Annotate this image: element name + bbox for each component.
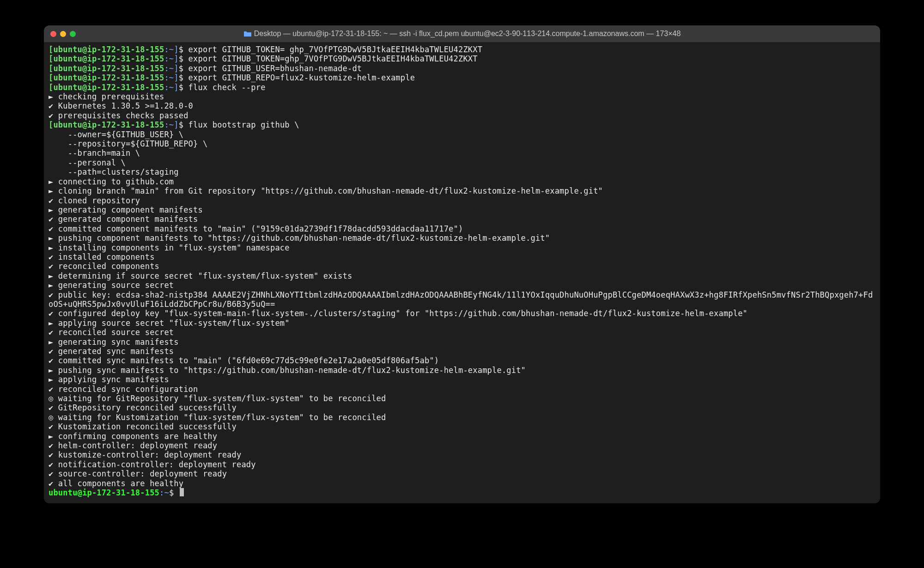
terminal-line: [ubuntu@ip-172-31-18-155:~]$ export GITH… xyxy=(49,54,875,63)
window-title-text: Desktop — ubuntu@ip-172-31-18-155: ~ — s… xyxy=(254,30,681,38)
window-title: Desktop — ubuntu@ip-172-31-18-155: ~ — s… xyxy=(44,30,880,38)
terminal-line: ubuntu@ip-172-31-18-155:~$ xyxy=(49,488,875,497)
titlebar[interactable]: Desktop — ubuntu@ip-172-31-18-155: ~ — s… xyxy=(44,25,880,42)
terminal-line: --branch=main \ xyxy=(49,148,875,158)
terminal-line: ► connecting to github.com xyxy=(49,177,875,186)
terminal-line: ► generating sync manifests xyxy=(49,337,875,347)
terminal-line: ✔ notification-controller: deployment re… xyxy=(49,460,875,469)
terminal-line: ✔ installed components xyxy=(49,252,875,262)
terminal-line: --owner=${GITHUB_USER} \ xyxy=(49,130,875,139)
terminal-line: --personal \ xyxy=(49,158,875,167)
terminal-line: ✔ committed sync manifests to "main" ("6… xyxy=(49,356,875,365)
terminal-line: [ubuntu@ip-172-31-18-155:~]$ export GITH… xyxy=(49,64,875,73)
maximize-icon[interactable] xyxy=(70,31,76,37)
terminal-line: ► applying source secret "flux-system/fl… xyxy=(49,318,875,328)
terminal-line: ✔ public key: ecdsa-sha2-nistp384 AAAAE2… xyxy=(49,290,875,309)
terminal-line: ✔ GitRepository reconciled successfully xyxy=(49,403,875,412)
terminal-line: ✔ prerequisites checks passed xyxy=(49,111,875,120)
terminal-line: ✔ helm-controller: deployment ready xyxy=(49,441,875,450)
terminal-line: ► cloning branch "main" from Git reposit… xyxy=(49,186,875,195)
terminal-line: ✔ Kustomization reconciled successfully xyxy=(49,422,875,431)
terminal-line: ► determining if source secret "flux-sys… xyxy=(49,271,875,281)
terminal-line: ► pushing component manifests to "https:… xyxy=(49,233,875,243)
terminal-line: ✔ reconciled components xyxy=(49,262,875,271)
terminal-line: ◎ waiting for Kustomization "flux-system… xyxy=(49,413,875,422)
terminal-line: ► checking prerequisites xyxy=(49,92,875,101)
terminal-line: --path=clusters/staging xyxy=(49,167,875,177)
terminal-line: ✔ configured deploy key "flux-system-mai… xyxy=(49,309,875,318)
terminal-line: ✔ generated component manifests xyxy=(49,214,875,224)
folder-icon xyxy=(243,31,251,37)
terminal-line: ► generating component manifests xyxy=(49,205,875,214)
terminal-line: [ubuntu@ip-172-31-18-155:~]$ flux bootst… xyxy=(49,120,875,129)
terminal-line: ✔ committed component manifests to "main… xyxy=(49,224,875,233)
minimize-icon[interactable] xyxy=(60,31,66,37)
terminal-line: ► confirming components are healthy xyxy=(49,432,875,441)
terminal-line: ◎ waiting for GitRepository "flux-system… xyxy=(49,394,875,403)
terminal-line: [ubuntu@ip-172-31-18-155:~]$ export GITH… xyxy=(49,45,875,54)
terminal-line: ✔ kustomize-controller: deployment ready xyxy=(49,450,875,459)
terminal-line: ✔ Kubernetes 1.30.5 >=1.28.0-0 xyxy=(49,101,875,110)
terminal-line: ✔ reconciled sync configuration xyxy=(49,385,875,394)
cursor xyxy=(180,488,184,496)
terminal-line: ✔ generated sync manifests xyxy=(49,347,875,356)
terminal-line: --repository=${GITHUB_REPO} \ xyxy=(49,139,875,148)
terminal-line: ► applying sync manifests xyxy=(49,375,875,384)
terminal-line: [ubuntu@ip-172-31-18-155:~]$ flux check … xyxy=(49,83,875,92)
terminal-line: [ubuntu@ip-172-31-18-155:~]$ export GITH… xyxy=(49,73,875,82)
terminal-line: ✔ source-controller: deployment ready xyxy=(49,469,875,478)
terminal-window: Desktop — ubuntu@ip-172-31-18-155: ~ — s… xyxy=(44,25,880,503)
terminal-line: ✔ all components are healthy xyxy=(49,479,875,488)
terminal-line: ► installing components in "flux-system"… xyxy=(49,243,875,252)
terminal-line: ► generating source secret xyxy=(49,281,875,290)
close-icon[interactable] xyxy=(50,31,56,37)
terminal-output[interactable]: [ubuntu@ip-172-31-18-155:~]$ export GITH… xyxy=(44,42,880,503)
terminal-line: ► pushing sync manifests to "https://git… xyxy=(49,366,875,375)
terminal-line: ✔ reconciled source secret xyxy=(49,328,875,337)
terminal-line: ✔ cloned repository xyxy=(49,196,875,205)
